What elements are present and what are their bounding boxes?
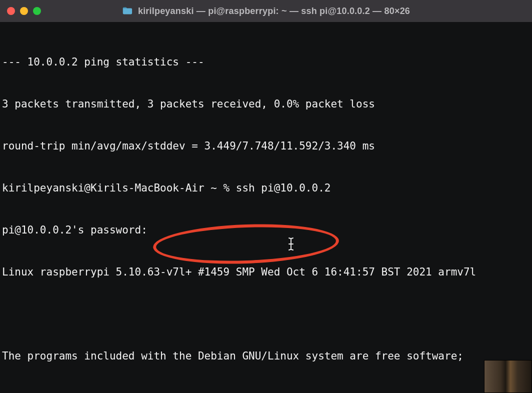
terminal-blank-line [2,307,529,321]
terminal-line: 3 packets transmitted, 3 packets receive… [2,97,529,111]
terminal-line: pi@10.0.0.2's password: [2,223,529,237]
home-folder-icon [122,6,133,16]
terminal-line: kirilpeyanski@Kirils-MacBook-Air ~ % ssh… [2,181,529,195]
terminal-line: --- 10.0.0.2 ping statistics --- [2,55,529,69]
minimize-window-button[interactable] [20,7,28,15]
pip-thumbnail[interactable] [484,360,532,393]
terminal-line: the exact distribution terms for each pr… [2,391,529,393]
close-window-button[interactable] [7,7,15,15]
window-controls [7,7,41,15]
titlebar: kirilpeyanski — pi@raspberrypi: ~ — ssh … [0,0,532,22]
terminal-output[interactable]: --- 10.0.0.2 ping statistics --- 3 packe… [0,22,532,393]
terminal-line: The programs included with the Debian GN… [2,349,529,363]
window-title-group: kirilpeyanski — pi@raspberrypi: ~ — ssh … [122,6,410,16]
terminal-line: round-trip min/avg/max/stddev = 3.449/7.… [2,139,529,153]
window-title: kirilpeyanski — pi@raspberrypi: ~ — ssh … [138,6,410,16]
maximize-window-button[interactable] [33,7,41,15]
terminal-line: Linux raspberrypi 5.10.63-v7l+ #1459 SMP… [2,265,529,279]
